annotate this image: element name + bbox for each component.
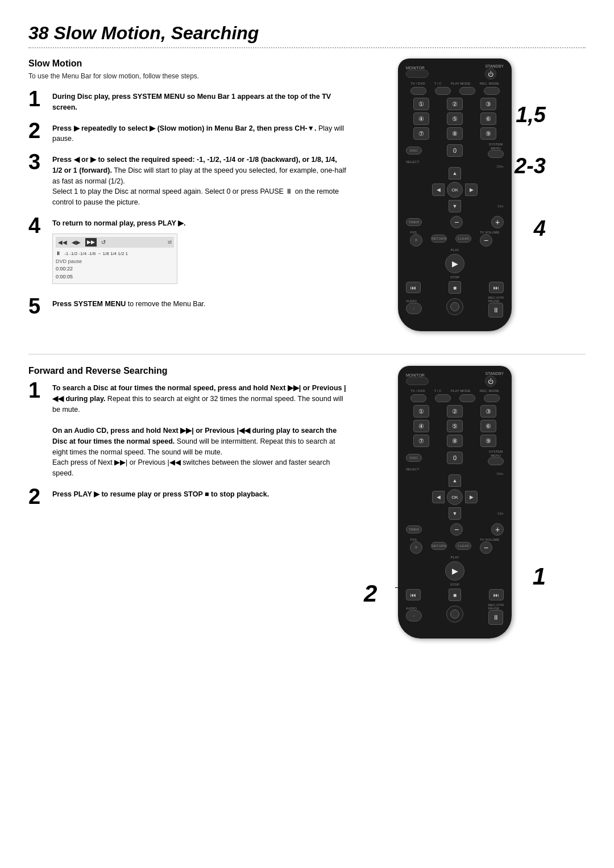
b-rec-mode-btn[interactable]: [484, 394, 500, 402]
fr-step-1: 1 To search a Disc at four times the nor…: [28, 379, 347, 479]
b-btn-3[interactable]: ③: [480, 405, 496, 418]
return-label: RETURN: [432, 237, 446, 240]
b-clear-btn[interactable]: CLEAR: [455, 542, 471, 550]
b-btn-5[interactable]: ⑤: [447, 420, 463, 432]
ff-btn[interactable]: ⏭: [489, 282, 504, 293]
sys-btn[interactable]: [488, 150, 504, 158]
b-btn-2[interactable]: ②: [447, 405, 463, 418]
b-ff-btn[interactable]: ⏭: [489, 589, 504, 600]
audio-btn[interactable]: ♪: [406, 303, 422, 314]
btn-1[interactable]: ①: [413, 98, 429, 110]
b-nav-left-btn[interactable]: ◀: [432, 491, 445, 503]
disc-zero-sys-row: DISC 0 SYSTEM MENU: [406, 143, 504, 158]
b-plus-btn[interactable]: +: [491, 523, 504, 536]
nav-left-btn[interactable]: ◀: [432, 183, 445, 196]
b-play-mode-btn[interactable]: [459, 394, 475, 402]
b-minus-btn[interactable]: −: [450, 523, 463, 536]
pause-btn[interactable]: ⏸: [488, 303, 503, 318]
b-row-labels: TV / DVD T / C PLAY MODE REC. MODE: [406, 389, 504, 393]
slow-motion-subtitle: To use the Menu Bar for slow motion, fol…: [28, 72, 347, 80]
b-ch-plus-label: CH+: [497, 472, 504, 475]
clear-btn[interactable]: CLEAR: [455, 235, 471, 243]
step-text-3: Press ◀ or ▶ to select the required spee…: [52, 151, 347, 208]
b-timer-btn[interactable]: TIMER: [406, 525, 422, 533]
minus-btn[interactable]: −: [450, 216, 463, 228]
b-btn-6[interactable]: ⑥: [480, 420, 496, 432]
menu-speed-row: ⏸ -1 -1/2 -1/4 -1/8 → 1/8 1/4 1/2 1: [56, 250, 174, 258]
b-play-btn[interactable]: ▶: [445, 561, 464, 581]
b-fss-btn[interactable]: ✕: [410, 541, 422, 554]
b-stop-btn[interactable]: ■: [449, 589, 461, 601]
b-btn-7[interactable]: ⑦: [413, 435, 429, 447]
fr-step-2-bold: Press PLAY ▶ to resume play or press STO…: [52, 490, 269, 498]
page-title: 38 Slow Motion, Searching: [28, 23, 586, 44]
b-stop-label: STOP: [406, 583, 504, 586]
standby-b-button[interactable]: ⏻: [485, 375, 496, 387]
nav-up-btn[interactable]: ▲: [449, 167, 461, 180]
step-3-bold: Press ◀ or ▶ to select the required spee…: [52, 156, 337, 174]
return-btn[interactable]: RETURN: [431, 235, 447, 243]
nav-down-btn[interactable]: ▼: [449, 200, 461, 212]
btn-6[interactable]: ⑥: [480, 112, 496, 125]
b-sys-btn[interactable]: [488, 457, 504, 465]
forward-reverse-title: Forward and Reverse Searching: [28, 366, 347, 376]
b-ok-btn[interactable]: OK: [447, 489, 463, 505]
fr-step-1-bold2: On an Audio CD, press and hold Next ▶▶| …: [52, 427, 337, 445]
section-divider: [28, 47, 586, 48]
b-disc-btn[interactable]: DISC: [406, 454, 422, 462]
time-info2: 0:00:05: [56, 273, 174, 281]
b-clear-label: CLEAR: [458, 544, 469, 548]
b-btn-9[interactable]: ⑨: [480, 435, 496, 447]
b-nav-down-btn[interactable]: ▼: [449, 507, 461, 520]
b-nav-up-btn[interactable]: ▲: [449, 474, 461, 487]
btn-2[interactable]: ②: [447, 98, 463, 110]
btn-5[interactable]: ⑤: [447, 112, 463, 125]
ok-btn[interactable]: OK: [447, 182, 463, 198]
b-btn-0[interactable]: 0: [447, 452, 463, 464]
tc-btn[interactable]: [435, 87, 451, 95]
remote-bottom: MONITOR STANDBY ⏻ TV / DVD T / C PLAY MO…: [398, 366, 512, 639]
play-mode-btn[interactable]: [459, 87, 475, 95]
tv-vol-minus[interactable]: −: [480, 234, 492, 247]
menu-icon-step: ◀▶: [72, 238, 81, 247]
step-3: 3 Press ◀ or ▶ to select the required sp…: [28, 151, 347, 208]
timer-btn[interactable]: TIMER: [406, 218, 422, 226]
rec-mode-btn[interactable]: [484, 87, 500, 95]
btn-4[interactable]: ④: [413, 112, 429, 125]
btn-3[interactable]: ③: [480, 98, 496, 110]
b-tc-btn[interactable]: [435, 394, 451, 402]
menu-icon-rewind: ◀◀: [58, 238, 67, 247]
standby-button[interactable]: ⏻: [485, 68, 496, 80]
b-number-grid: ① ② ③ ④ ⑤ ⑥ ⑦ ⑧ ⑨: [406, 405, 504, 447]
b-pause-btn[interactable]: ⏸: [488, 610, 503, 625]
select-label: SELECT: [406, 160, 419, 164]
b-tv-vol-minus[interactable]: −: [480, 541, 492, 554]
step-4-bold: To return to normal play, press PLAY ▶.: [52, 219, 186, 227]
b-btn-4[interactable]: ④: [413, 420, 429, 432]
plus-btn[interactable]: +: [491, 216, 504, 228]
b-nav-right-btn[interactable]: ▶: [465, 491, 478, 503]
stop-btn[interactable]: ■: [449, 281, 461, 294]
fss-btn[interactable]: ✕: [410, 234, 422, 247]
b-audio-btn[interactable]: ♪: [406, 610, 422, 621]
b-btn-8[interactable]: ⑧: [447, 435, 463, 447]
disc-btn[interactable]: DISC: [406, 147, 422, 155]
standby-b-label: STANDBY: [485, 372, 504, 375]
b-tv-dvd-btn[interactable]: [410, 394, 426, 402]
b-tv-vol-area: TV VOLUME −: [480, 538, 500, 554]
nav-right-btn[interactable]: ▶: [465, 183, 478, 196]
play-mode-label: PLAY MODE: [451, 82, 470, 85]
menu-bar: ◀◀ ◀▶ ▶▶ ↺ st: [56, 237, 174, 248]
play-btn[interactable]: ▶: [445, 254, 464, 273]
btn-7[interactable]: ⑦: [413, 127, 429, 140]
b-btn-1[interactable]: ①: [413, 405, 429, 418]
b-rewind-btn[interactable]: ⏮: [406, 589, 421, 600]
btn-9[interactable]: ⑨: [480, 127, 496, 140]
tv-dvd-btn[interactable]: [410, 87, 426, 95]
rewind-btn[interactable]: ⏮: [406, 282, 421, 293]
tc-label: T / C: [434, 82, 442, 85]
btn-8[interactable]: ⑧: [447, 127, 463, 140]
time2: 0:00:05: [56, 273, 73, 281]
b-return-btn[interactable]: RETURN: [431, 542, 447, 550]
btn-0[interactable]: 0: [447, 144, 463, 157]
